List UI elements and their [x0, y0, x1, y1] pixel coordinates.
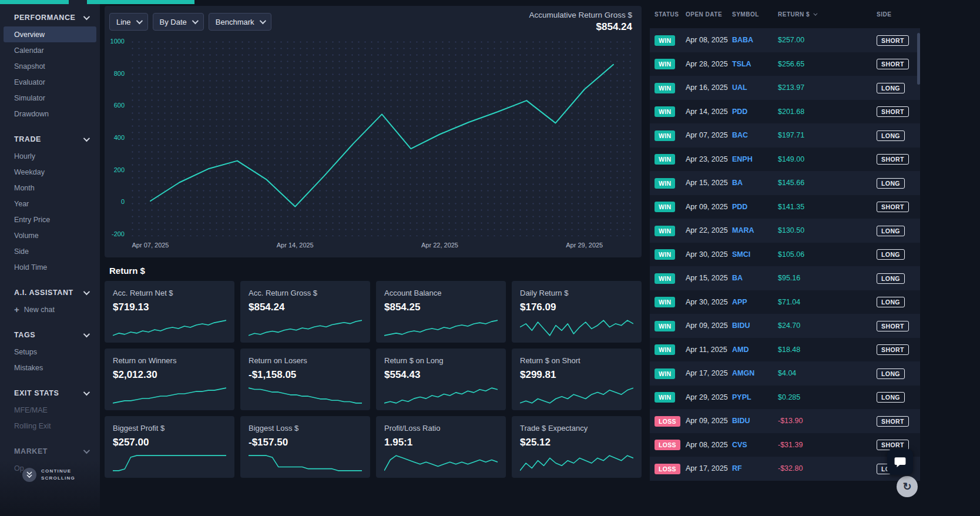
stat-card-acc-return-net[interactable]: Acc. Return Net $$719.13	[105, 281, 234, 343]
status-cell: WIN	[655, 82, 686, 93]
symbol-link[interactable]: CVS	[732, 441, 778, 449]
secondary-widget-button[interactable]: ↻	[897, 476, 918, 497]
benchmark-dropdown[interactable]: Benchmark	[209, 13, 271, 31]
symbol-link[interactable]: UAL	[732, 83, 778, 92]
table-row[interactable]: LOSSApr 17, 2025RF-$32.80LONG	[650, 457, 920, 481]
table-row[interactable]: WINApr 09, 2025BIDU$24.70SHORT	[650, 314, 920, 338]
table-row[interactable]: WINApr 23, 2025ENPH$149.00SHORT	[650, 148, 920, 172]
table-row[interactable]: WINApr 08, 2025BABA$257.00SHORT	[650, 28, 920, 52]
sidebar-item-simulator[interactable]: Simulator	[0, 90, 100, 106]
symbol-link[interactable]: APP	[732, 298, 778, 306]
symbol-link[interactable]: PDD	[732, 108, 778, 116]
sidebar-item-hold-time[interactable]: Hold Time	[0, 259, 100, 275]
plus-icon: +	[14, 304, 19, 314]
symbol-link[interactable]: BIDU	[732, 417, 778, 425]
continue-scrolling[interactable]: CONTINUE SCROLLING	[22, 468, 75, 482]
table-row[interactable]: WINApr 14, 2025PDD$201.68SHORT	[650, 100, 920, 124]
sparkline	[249, 454, 362, 472]
symbol-link[interactable]: BABA	[732, 36, 778, 44]
table-row[interactable]: WINApr 29, 2025PYPL$0.285LONG	[650, 386, 920, 410]
symbol-link[interactable]: BAC	[732, 131, 778, 139]
sidebar-item-mistakes[interactable]: Mistakes	[0, 360, 100, 376]
table-row[interactable]: WINApr 09, 2025PDD$141.35SHORT	[650, 195, 920, 219]
line-dropdown[interactable]: Line	[109, 13, 148, 31]
column-header-status[interactable]: STATUS	[655, 11, 686, 18]
symbol-link[interactable]: MARA	[732, 226, 778, 234]
top-accent-bar-1	[0, 0, 69, 4]
scroll-down-icon[interactable]	[22, 468, 36, 482]
sidebar-section-trade[interactable]: TRADE	[0, 130, 100, 148]
sidebar-item-side[interactable]: Side	[0, 243, 100, 259]
sidebar-section-performance[interactable]: PERFORMANCE	[0, 8, 100, 26]
return-cell: $0.285	[778, 393, 877, 401]
symbol-link[interactable]: BIDU	[732, 321, 778, 330]
sidebar-item-drawdown[interactable]: Drawdown	[0, 106, 100, 122]
sidebar-item-snapshot[interactable]: Snapshot	[0, 58, 100, 74]
symbol-link[interactable]: PYPL	[732, 393, 778, 401]
table-row[interactable]: WINApr 30, 2025APP$71.04LONG	[650, 290, 920, 314]
table-row[interactable]: WINApr 28, 2025TSLA$256.65SHORT	[650, 52, 920, 76]
sidebar-item-rolling-exit[interactable]: Rolling Exit	[0, 418, 100, 434]
sidebar-item-hourly[interactable]: Hourly	[0, 148, 100, 164]
sidebar-section-exit-stats[interactable]: EXIT STATS	[0, 384, 100, 402]
chat-launcher-button[interactable]	[887, 449, 913, 475]
sidebar-section-tags[interactable]: TAGS	[0, 326, 100, 344]
side-cell: LONG	[877, 177, 915, 189]
status-cell: WIN	[655, 106, 686, 117]
stat-card-biggest-profit[interactable]: Biggest Profit $$257.00	[105, 416, 234, 478]
table-row[interactable]: WINApr 16, 2025UAL$213.97LONG	[650, 76, 920, 100]
table-row[interactable]: WINApr 30, 2025SMCI$105.06LONG	[650, 243, 920, 267]
symbol-link[interactable]: TSLA	[732, 60, 778, 68]
symbol-link[interactable]: AMD	[732, 346, 778, 354]
table-row[interactable]: WINApr 15, 2025BA$95.16LONG	[650, 266, 920, 290]
sidebar-item-evaluator[interactable]: Evaluator	[0, 74, 100, 90]
sidebar-item-month[interactable]: Month	[0, 180, 100, 196]
sidebar-item-weekday[interactable]: Weekday	[0, 164, 100, 180]
symbol-link[interactable]: AMGN	[732, 369, 778, 377]
column-header-symbol[interactable]: SYMBOL	[732, 11, 778, 18]
symbol-link[interactable]: RF	[732, 464, 778, 473]
symbol-link[interactable]: ENPH	[732, 155, 778, 163]
sidebar-section-a-i-assistant[interactable]: A.I. ASSISTANT	[0, 283, 100, 301]
stat-card-return-on-losers[interactable]: Return on Losers-$1,158.05	[240, 349, 370, 410]
stat-card-daily-return[interactable]: Daily Return $$176.09	[512, 281, 642, 343]
table-row[interactable]: LOSSApr 08, 2025CVS-$31.39SHORT	[650, 433, 920, 457]
table-row[interactable]: LOSSApr 09, 2025BIDU-$13.90SHORT	[650, 409, 920, 433]
table-row[interactable]: WINApr 11, 2025AMD$18.48SHORT	[650, 338, 920, 362]
column-header-return[interactable]: RETURN $	[778, 11, 877, 18]
sidebar-item-new-chat[interactable]: +New chat	[0, 301, 100, 317]
status-cell: WIN	[655, 296, 686, 307]
sidebar-item-entry-price[interactable]: Entry Price	[0, 212, 100, 227]
sort-chevron-icon[interactable]	[813, 11, 817, 15]
table-row[interactable]: WINApr 15, 2025BA$145.66LONG	[650, 171, 920, 195]
by-date-dropdown[interactable]: By Date	[153, 13, 204, 31]
column-header-side[interactable]: SIDE	[877, 11, 915, 18]
open-date-cell: Apr 08, 2025	[686, 441, 732, 449]
stat-card-trade-expectancy[interactable]: Trade $ Expectancy$25.12	[512, 416, 642, 478]
sidebar-section-market[interactable]: MARKET	[0, 442, 100, 460]
stat-card-biggest-loss[interactable]: Biggest Loss $-$157.50	[240, 416, 370, 478]
symbol-link[interactable]: PDD	[732, 203, 778, 211]
sidebar-item-setups[interactable]: Setups	[0, 344, 100, 360]
symbol-link[interactable]: BA	[732, 179, 778, 187]
stat-card-profit-loss-ratio[interactable]: Profit/Loss Ratio1.95:1	[376, 416, 506, 478]
table-row[interactable]: WINApr 17, 2025AMGN$4.04LONG	[650, 361, 920, 386]
column-header-open-date[interactable]: OPEN DATE	[686, 11, 732, 18]
sidebar-item-volume[interactable]: Volume	[0, 227, 100, 243]
symbol-link[interactable]: BA	[732, 274, 778, 282]
symbol-link[interactable]: SMCI	[732, 250, 778, 259]
scrollbar-thumb[interactable]	[917, 33, 920, 85]
sidebar-item-mfe-mae[interactable]: MFE/MAE	[0, 402, 100, 418]
table-row[interactable]: WINApr 22, 2025MARA$130.50LONG	[650, 219, 920, 243]
side-badge: SHORT	[877, 106, 909, 117]
sidebar-item-calendar[interactable]: Calendar	[0, 42, 100, 58]
sidebar-item-year[interactable]: Year	[0, 196, 100, 212]
stat-card-return-on-long[interactable]: Return $ on Long$554.43	[376, 349, 506, 410]
stat-card-acc-return-gross[interactable]: Acc. Return Gross $$854.24	[240, 281, 370, 343]
stat-card-return-on-short[interactable]: Return $ on Short$299.81	[512, 349, 642, 410]
table-row[interactable]: WINApr 07, 2025BAC$197.71LONG	[650, 123, 920, 148]
stat-card-return-on-winners[interactable]: Return on Winners$2,012.30	[105, 349, 234, 410]
stat-card-account-balance[interactable]: Account Balance$854.25	[376, 281, 506, 343]
sidebar-item-overview[interactable]: Overview	[4, 26, 96, 42]
stat-card-title: Trade $ Expectancy	[520, 424, 633, 433]
